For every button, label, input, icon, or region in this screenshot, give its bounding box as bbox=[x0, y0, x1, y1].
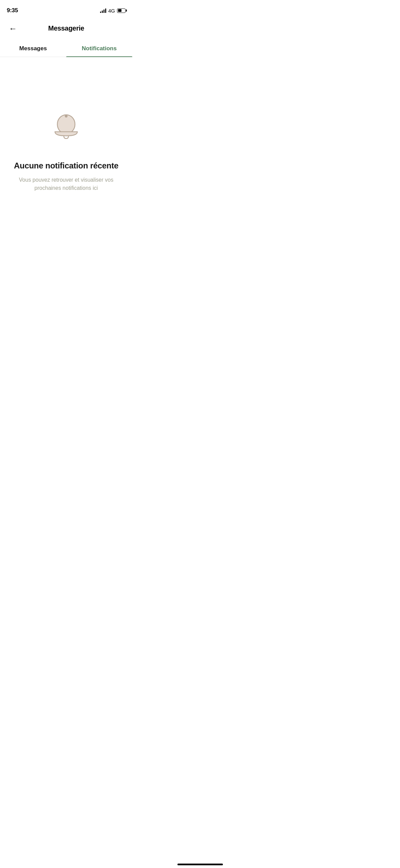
svg-point-0 bbox=[57, 115, 75, 134]
nav-header: ← Messagerie bbox=[0, 19, 132, 38]
empty-state: Aucune notification récente Vous pouvez … bbox=[0, 84, 132, 206]
page-title: Messagerie bbox=[48, 24, 84, 32]
signal-icon bbox=[100, 8, 106, 13]
network-type: 4G bbox=[108, 8, 115, 14]
status-time: 9:35 bbox=[7, 7, 18, 14]
empty-title: Aucune notification récente bbox=[14, 161, 118, 170]
empty-description: Vous pouvez retrouver et visualiser vos … bbox=[19, 176, 114, 192]
bell-icon bbox=[47, 111, 85, 150]
status-bar: 9:35 4G bbox=[0, 0, 132, 16]
tab-notifications[interactable]: Notifications bbox=[66, 40, 132, 57]
status-icons: 4G bbox=[100, 8, 126, 14]
tab-messages[interactable]: Messages bbox=[0, 40, 66, 57]
bell-svg-icon bbox=[47, 111, 85, 149]
tabs-container: Messages Notifications bbox=[0, 40, 132, 57]
back-button[interactable]: ← bbox=[7, 22, 19, 35]
battery-icon bbox=[117, 8, 126, 13]
svg-rect-1 bbox=[65, 115, 68, 117]
back-arrow-icon: ← bbox=[9, 24, 17, 33]
